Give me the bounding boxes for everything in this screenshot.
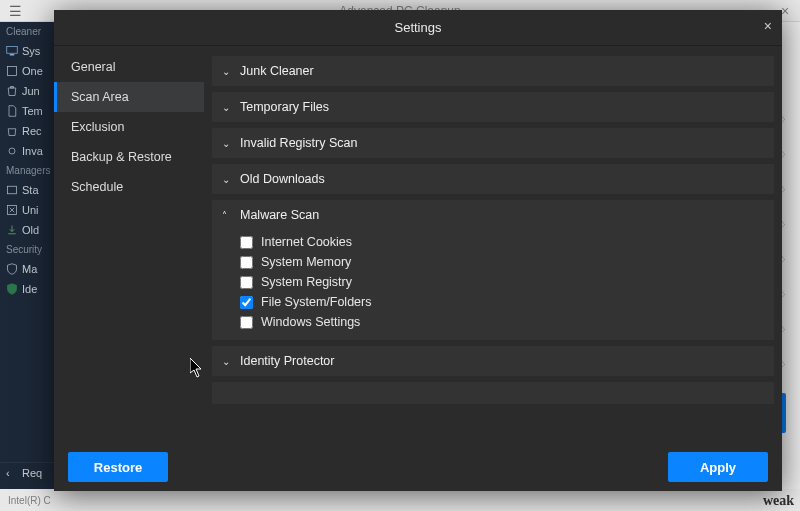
chevron-down-icon: ⌄ bbox=[222, 66, 232, 77]
section-old-downloads: ⌄ Old Downloads bbox=[212, 164, 774, 194]
section-label: Temporary Files bbox=[240, 100, 329, 114]
modal-footer: Restore Apply bbox=[54, 443, 782, 491]
section-label: Malware Scan bbox=[240, 208, 319, 222]
option-label: File System/Folders bbox=[261, 295, 371, 309]
section-head-malware-scan[interactable]: ˄ Malware Scan bbox=[212, 200, 774, 230]
section-head-junk-cleaner[interactable]: ⌄ Junk Cleaner bbox=[212, 56, 774, 86]
section-label: Invalid Registry Scan bbox=[240, 136, 357, 150]
modal-header: Settings × bbox=[54, 10, 782, 46]
section-head-invalid-registry[interactable]: ⌄ Invalid Registry Scan bbox=[212, 128, 774, 158]
checkbox-file-system-folders[interactable] bbox=[240, 296, 253, 309]
section-invalid-registry: ⌄ Invalid Registry Scan bbox=[212, 128, 774, 158]
section-label: Junk Cleaner bbox=[240, 64, 314, 78]
nav-scan-area[interactable]: Scan Area bbox=[54, 82, 204, 112]
chevron-down-icon: ⌄ bbox=[222, 138, 232, 149]
option-label: System Registry bbox=[261, 275, 352, 289]
nav-backup-restore[interactable]: Backup & Restore bbox=[54, 142, 204, 172]
restore-button[interactable]: Restore bbox=[68, 452, 168, 482]
option-internet-cookies[interactable]: Internet Cookies bbox=[240, 232, 766, 252]
settings-modal: Settings × General Scan Area Exclusion B… bbox=[54, 10, 782, 491]
section-junk-cleaner: ⌄ Junk Cleaner bbox=[212, 56, 774, 86]
section-malware-scan: ˄ Malware Scan Internet Cookies System M… bbox=[212, 200, 774, 340]
chevron-down-icon: ⌄ bbox=[222, 356, 232, 367]
option-label: Internet Cookies bbox=[261, 235, 352, 249]
option-system-memory[interactable]: System Memory bbox=[240, 252, 766, 272]
option-label: System Memory bbox=[261, 255, 351, 269]
section-empty bbox=[212, 382, 774, 404]
checkbox-internet-cookies[interactable] bbox=[240, 236, 253, 249]
section-head-identity-protector[interactable]: ⌄ Identity Protector bbox=[212, 346, 774, 376]
nav-schedule[interactable]: Schedule bbox=[54, 172, 204, 202]
close-icon[interactable]: × bbox=[764, 18, 772, 34]
modal-title: Settings bbox=[395, 20, 442, 35]
checkbox-system-memory[interactable] bbox=[240, 256, 253, 269]
option-file-system-folders[interactable]: File System/Folders bbox=[240, 292, 766, 312]
apply-button[interactable]: Apply bbox=[668, 452, 768, 482]
nav-exclusion[interactable]: Exclusion bbox=[54, 112, 204, 142]
option-system-registry[interactable]: System Registry bbox=[240, 272, 766, 292]
chevron-up-icon: ˄ bbox=[222, 210, 232, 221]
settings-nav: General Scan Area Exclusion Backup & Res… bbox=[54, 46, 204, 443]
nav-general[interactable]: General bbox=[54, 52, 204, 82]
section-head-old-downloads[interactable]: ⌄ Old Downloads bbox=[212, 164, 774, 194]
chevron-down-icon: ⌄ bbox=[222, 174, 232, 185]
option-windows-settings[interactable]: Windows Settings bbox=[240, 312, 766, 332]
section-label: Identity Protector bbox=[240, 354, 335, 368]
checkbox-windows-settings[interactable] bbox=[240, 316, 253, 329]
section-identity-protector: ⌄ Identity Protector bbox=[212, 346, 774, 376]
section-head-temporary-files[interactable]: ⌄ Temporary Files bbox=[212, 92, 774, 122]
settings-panel: ⌄ Junk Cleaner ⌄ Temporary Files ⌄ Inval… bbox=[204, 46, 782, 443]
section-label: Old Downloads bbox=[240, 172, 325, 186]
checkbox-system-registry[interactable] bbox=[240, 276, 253, 289]
chevron-down-icon: ⌄ bbox=[222, 102, 232, 113]
option-label: Windows Settings bbox=[261, 315, 360, 329]
section-temporary-files: ⌄ Temporary Files bbox=[212, 92, 774, 122]
section-body-malware-scan: Internet Cookies System Memory System Re… bbox=[212, 230, 774, 340]
